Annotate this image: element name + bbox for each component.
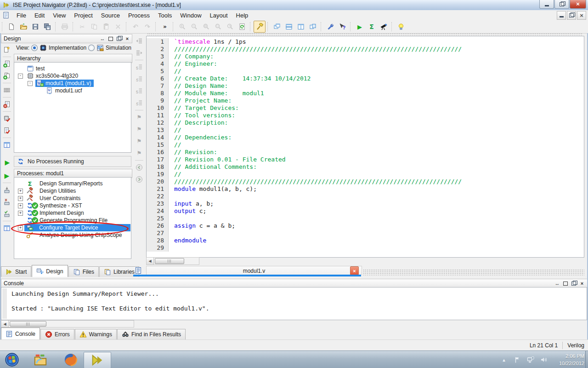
tray-network[interactable] [526, 354, 535, 365]
tab-errors[interactable]: Errors [40, 329, 74, 339]
new-source-button[interactable] [1, 44, 13, 56]
expand-plus-icon[interactable]: + [18, 189, 23, 194]
zoom-out-button[interactable] [188, 21, 200, 33]
redo-button[interactable]: ↷ [141, 21, 153, 33]
scroll-left-arrow-icon[interactable]: ◀ [147, 258, 154, 264]
run-process-button[interactable]: ▶ [1, 156, 13, 168]
cut-button[interactable]: ✂ [76, 21, 88, 33]
indent-button[interactable] [133, 47, 145, 59]
view-columns-button[interactable] [1, 222, 13, 234]
window-minimize-button[interactable] [539, 0, 554, 9]
ise-taskbar-button[interactable] [84, 352, 111, 368]
mdi-restore-button[interactable] [567, 11, 576, 20]
mdi-minimize-button[interactable] [557, 11, 566, 20]
zoom-region-button[interactable] [212, 21, 224, 33]
context-help-button[interactable]: ? [336, 21, 348, 33]
tab-warnings[interactable]: Warnings [75, 329, 117, 339]
view-columns-button[interactable] [1, 139, 13, 151]
console-panel-header[interactable]: Console ↔× [1, 279, 588, 288]
outdent-button[interactable] [133, 35, 145, 47]
panel-dock-button[interactable]: ↔ [554, 280, 560, 287]
flag-button[interactable]: ⚑ [133, 147, 145, 159]
code-editor[interactable]: 1`timescale 1ns / 1ps2//////////////////… [146, 36, 584, 258]
new-document-button[interactable] [6, 21, 17, 33]
menu-file[interactable]: File [12, 11, 30, 20]
panel-close-button[interactable]: × [579, 280, 585, 287]
process-item[interactable]: Analyze Design Using ChipScope [14, 231, 131, 239]
editor-tab-close-icon[interactable]: × [350, 266, 359, 275]
open-folder-button[interactable] [17, 21, 29, 33]
hierarchy-item[interactable]: test [14, 65, 131, 72]
hierarchy-header[interactable]: Hierarchy [14, 54, 132, 63]
console-hscrollbar[interactable]: ◀ [1, 320, 134, 328]
tab-find-in-files-results[interactable]: Find in Files Results [117, 329, 186, 339]
doc-check-button[interactable] [1, 125, 13, 137]
flag-button[interactable]: ⚑ [133, 123, 145, 135]
process-item[interactable]: Generate Programming File [14, 217, 131, 224]
process-item[interactable]: +Implement Design [14, 209, 131, 217]
nav-back-button[interactable] [133, 161, 145, 173]
tray-up[interactable]: ▴ [499, 354, 509, 365]
expand-plus-icon[interactable]: + [18, 225, 23, 230]
process-tree[interactable]: ΣDesign Summary/Reports+Design Utilities… [14, 177, 131, 259]
add-source-button[interactable] [1, 58, 13, 70]
title-bar[interactable]: ISE Project Navigator (P.28xd) - C:\proj… [0, 0, 588, 11]
flag-button[interactable]: ⚑ [133, 111, 145, 123]
menu-help[interactable]: Help [232, 11, 253, 20]
expand-plus-icon[interactable]: + [18, 203, 23, 208]
zoom-cursor-button[interactable] [224, 21, 236, 33]
circuit-x-button[interactable] [1, 196, 13, 208]
paste-button[interactable] [100, 21, 112, 33]
mdi-close-button[interactable]: × [577, 11, 586, 20]
hierarchy-item[interactable]: -Vmodul1 (modul1.v) [14, 80, 131, 87]
linenum5-button[interactable]: 5 [133, 97, 145, 109]
process-item[interactable]: ΣDesign Summary/Reports [14, 180, 131, 187]
chip-check-button[interactable] [1, 113, 13, 125]
expand-plus-icon[interactable]: + [18, 196, 23, 201]
run-button[interactable]: ▶ [354, 21, 366, 33]
circuit-check-button[interactable] [1, 208, 13, 220]
undo-button[interactable]: ↶ [130, 21, 141, 33]
win-cascade-button[interactable] [271, 21, 283, 33]
win-tile-h-button[interactable] [283, 21, 295, 33]
start-button[interactable] [2, 352, 22, 368]
win-mixed-button[interactable] [307, 21, 319, 33]
save-all-button[interactable] [41, 21, 53, 33]
tab-design[interactable]: Design [32, 265, 68, 277]
process-item[interactable]: +Configure Target Device [14, 224, 131, 231]
explorer-button[interactable] [28, 352, 52, 368]
panel-dock-button[interactable]: ↔ [99, 35, 106, 42]
process-item[interactable]: +Design Utilities [14, 187, 131, 195]
panel-maximize-button[interactable] [107, 35, 114, 42]
tray-audio[interactable] [539, 354, 548, 365]
linenum5-button[interactable]: 5 [133, 73, 145, 85]
design-panel-header[interactable]: Design ↔× [1, 34, 132, 43]
simulation-radio[interactable] [88, 45, 95, 51]
linenum-button[interactable]: 5 [133, 85, 145, 97]
tab-start[interactable]: Start [1, 266, 31, 277]
copy-button[interactable] [88, 21, 100, 33]
panel-close-button[interactable]: × [124, 35, 130, 42]
remove-source-button[interactable] [1, 98, 13, 110]
expand-minus-icon[interactable]: - [18, 74, 23, 79]
add-copy-button[interactable] [1, 70, 13, 82]
editor-hscroll-thumb[interactable] [155, 258, 184, 264]
window-restore-button[interactable] [554, 0, 569, 9]
zoom-full-button[interactable] [200, 21, 212, 33]
implementation-radio[interactable] [31, 45, 38, 51]
process-item[interactable]: +Synthesize - XST [14, 202, 131, 209]
hierarchy-tree[interactable]: test-xc3s500e-4fg320-Vmodul1 (modul1.v)U… [14, 62, 131, 153]
hierarchy-item[interactable]: -xc3s500e-4fg320 [14, 72, 131, 80]
zoom-in-button[interactable] [176, 21, 188, 33]
menu-window[interactable]: Window [176, 11, 205, 20]
sigma-button[interactable]: Σ [366, 21, 378, 33]
tray-flag[interactable] [513, 354, 522, 365]
win-tile-v-button[interactable] [295, 21, 307, 33]
print-button[interactable] [59, 21, 71, 33]
delete-button[interactable]: × [112, 21, 124, 33]
pads-button[interactable] [1, 84, 13, 96]
refresh-button[interactable] [236, 21, 248, 33]
taskbar-clock[interactable]: 2:06 PM 10/22/2012 [550, 352, 584, 367]
menu-source[interactable]: Source [97, 11, 124, 20]
menu-process[interactable]: Process [124, 11, 154, 20]
